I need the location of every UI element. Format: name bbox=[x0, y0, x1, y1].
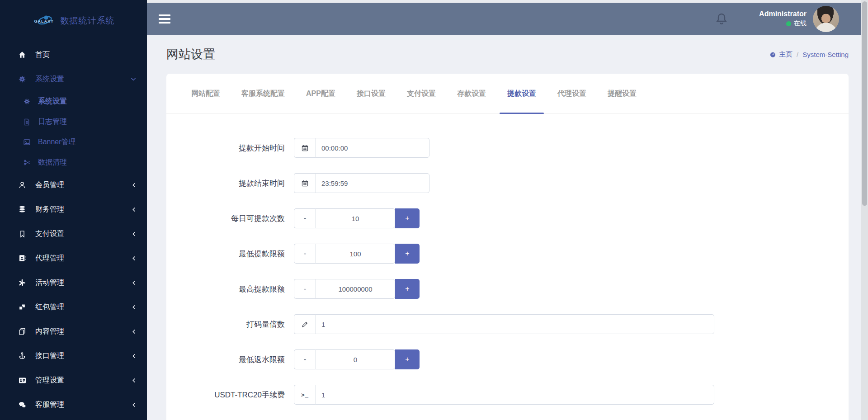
comments-icon bbox=[16, 401, 28, 409]
breadcrumb-home-link[interactable]: 主页 bbox=[769, 50, 793, 59]
sidebar-item-system-settings[interactable]: 系统设置 bbox=[0, 91, 147, 112]
sidebar-item-label: 数据清理 bbox=[38, 158, 137, 167]
sidebar-item-label: 内容管理 bbox=[35, 327, 131, 336]
sidebar-nav: 首页 系统设置 系统设置 日志管理 Banner管理 bbox=[0, 42, 147, 417]
hamburger-menu-icon[interactable] bbox=[159, 14, 170, 24]
sidebar-item-home[interactable]: 首页 bbox=[0, 42, 147, 67]
page-scrollbar[interactable] bbox=[861, 0, 868, 420]
sidebar-group-system-settings[interactable]: 系统设置 bbox=[0, 67, 147, 91]
tab-api-settings[interactable]: 接口设置 bbox=[357, 74, 386, 113]
bookmark-icon bbox=[16, 230, 28, 238]
min-rebate-limit-input[interactable] bbox=[316, 349, 395, 369]
id-card-icon bbox=[16, 376, 28, 385]
sidebar-item-label: 日志管理 bbox=[38, 117, 137, 127]
sidebar-item-admin-settings[interactable]: 管理设置 bbox=[0, 368, 147, 392]
content-area: 网站设置 主页 / System-Setting 网站配置 客服系统配置 APP… bbox=[147, 35, 868, 420]
sidebar-item-finance-management[interactable]: 财务管理 bbox=[0, 197, 147, 222]
decrement-button[interactable]: - bbox=[294, 208, 316, 228]
scrollbar-thumb[interactable] bbox=[862, 1, 867, 206]
sidebar-item-data-cleanup[interactable]: 数据清理 bbox=[0, 152, 147, 173]
settings-card: 网站配置 客服系统配置 APP配置 接口设置 支付设置 存款设置 提款设置 代理… bbox=[166, 74, 849, 420]
sidebar-item-agent-management[interactable]: 代理管理 bbox=[0, 246, 147, 270]
chevron-left-icon bbox=[131, 280, 137, 286]
form-row-max-withdraw-limit: 最高提款限额 - + bbox=[166, 279, 849, 299]
burst-icon bbox=[16, 278, 28, 287]
avatar[interactable] bbox=[813, 6, 839, 32]
sidebar-item-label: 代理管理 bbox=[35, 254, 131, 263]
chevron-left-icon bbox=[131, 304, 137, 310]
usdt-trc20-fee-input[interactable] bbox=[316, 385, 714, 405]
chevron-down-icon bbox=[130, 76, 137, 83]
user-block[interactable]: Administrator 在线 bbox=[759, 10, 807, 28]
database-icon bbox=[16, 205, 28, 213]
sidebar-item-payment-settings[interactable]: 支付设置 bbox=[0, 222, 147, 246]
increment-button[interactable]: + bbox=[395, 349, 420, 369]
user-icon bbox=[16, 181, 28, 189]
breadcrumb-current[interactable]: System-Setting bbox=[802, 51, 849, 58]
tab-agent-settings[interactable]: 代理设置 bbox=[557, 74, 586, 113]
cubes-icon bbox=[16, 303, 28, 311]
chevron-left-icon bbox=[131, 231, 137, 237]
page-title: 网站设置 bbox=[166, 46, 215, 62]
sidebar-item-activity-management[interactable]: 活动管理 bbox=[0, 270, 147, 295]
tab-cs-system-config[interactable]: 客服系统配置 bbox=[241, 74, 285, 113]
logo-text: GALAXY bbox=[34, 19, 54, 24]
tab-withdrawal-settings[interactable]: 提款设置 bbox=[507, 74, 536, 113]
brand-title: 数据统计系统 bbox=[61, 15, 115, 27]
daily-withdraw-count-input[interactable] bbox=[316, 208, 395, 228]
sidebar-item-label: 首页 bbox=[35, 50, 137, 60]
copy-icon bbox=[16, 327, 28, 335]
form-row-withdraw-start-time: 提款开始时间 bbox=[166, 138, 849, 158]
decrement-button[interactable]: - bbox=[294, 349, 316, 369]
terminal-icon: >_ bbox=[294, 385, 316, 405]
sidebar-submenu: 系统设置 日志管理 Banner管理 数据清理 bbox=[0, 91, 147, 173]
image-icon bbox=[22, 138, 32, 146]
sidebar-item-content-management[interactable]: 内容管理 bbox=[0, 319, 147, 344]
sidebar-item-label: 客服管理 bbox=[35, 400, 131, 410]
sidebar-item-label: 红包管理 bbox=[35, 302, 131, 312]
tab-deposit-settings[interactable]: 存款设置 bbox=[457, 74, 486, 113]
form-row-daily-withdraw-count: 每日可提款次数 - + bbox=[166, 208, 849, 228]
tab-reminder-settings[interactable]: 提醒设置 bbox=[608, 74, 637, 113]
sidebar-item-label: 接口管理 bbox=[35, 351, 131, 361]
increment-button[interactable]: + bbox=[395, 208, 420, 228]
tab-payment-settings[interactable]: 支付设置 bbox=[407, 74, 436, 113]
field-label: 提款结束时间 bbox=[166, 178, 285, 189]
sidebar-item-label: 财务管理 bbox=[35, 205, 131, 214]
anchor-icon bbox=[16, 352, 28, 360]
sidebar-item-member-management[interactable]: 会员管理 bbox=[0, 173, 147, 197]
chevron-left-icon bbox=[131, 255, 137, 261]
sidebar-item-customer-service[interactable]: 客服管理 bbox=[0, 392, 147, 417]
decrement-button[interactable]: - bbox=[294, 244, 316, 264]
chevron-left-icon bbox=[131, 207, 137, 212]
increment-button[interactable]: + bbox=[395, 244, 420, 264]
bell-icon[interactable] bbox=[715, 12, 728, 26]
max-withdraw-limit-input[interactable] bbox=[316, 279, 395, 299]
sidebar-item-label: 系统设置 bbox=[38, 97, 137, 106]
sidebar-item-redpacket-management[interactable]: 红包管理 bbox=[0, 295, 147, 319]
wager-multiplier-input[interactable] bbox=[316, 314, 714, 334]
galaxy-logo-icon: GALAXY bbox=[33, 13, 56, 28]
increment-button[interactable]: + bbox=[395, 279, 420, 299]
sidebar-item-log-management[interactable]: 日志管理 bbox=[0, 112, 147, 132]
decrement-button[interactable]: - bbox=[294, 279, 316, 299]
online-status-dot bbox=[786, 21, 791, 26]
field-label: USDT-TRC20手续费 bbox=[166, 390, 285, 400]
withdraw-end-time-input[interactable] bbox=[316, 173, 429, 193]
sidebar-item-banner-management[interactable]: Banner管理 bbox=[0, 132, 147, 152]
chevron-left-icon bbox=[131, 378, 137, 383]
sidebar-item-api-management[interactable]: 接口管理 bbox=[0, 344, 147, 368]
sidebar-item-label: 会员管理 bbox=[35, 180, 131, 190]
min-withdraw-limit-input[interactable] bbox=[316, 244, 395, 264]
gears-icon bbox=[16, 75, 28, 83]
form-row-wager-multiplier: 打码量倍数 bbox=[166, 314, 849, 334]
field-label: 每日可提款次数 bbox=[166, 213, 285, 224]
withdraw-start-time-input[interactable] bbox=[316, 138, 429, 158]
chevron-left-icon bbox=[131, 329, 137, 335]
tab-app-config[interactable]: APP配置 bbox=[306, 74, 335, 113]
main-area: Administrator 在线 网站设置 主页 / System-Settin… bbox=[147, 0, 868, 420]
tab-website-config[interactable]: 网站配置 bbox=[191, 74, 220, 113]
sidebar: GALAXY 数据统计系统 首页 系统设置 系统设置 日志管 bbox=[0, 0, 147, 420]
sidebar-item-label: Banner管理 bbox=[38, 137, 137, 147]
field-label: 提款开始时间 bbox=[166, 143, 285, 153]
